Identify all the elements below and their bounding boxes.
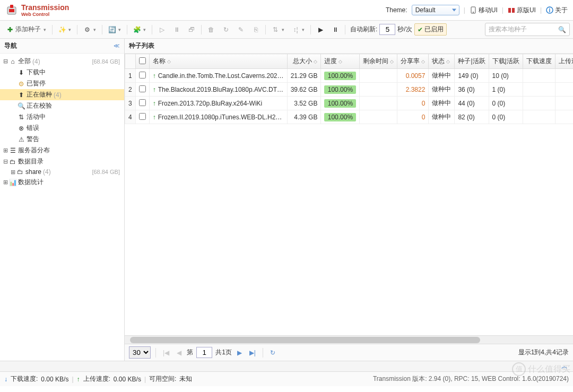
cell-size: 4.39 GB (287, 110, 321, 124)
start-button[interactable]: ▷ (155, 24, 169, 35)
chevron-up-icon: ︽ (561, 362, 568, 371)
refresh-button[interactable]: 🔄▾ (105, 24, 124, 35)
pager-first[interactable]: |◀ (161, 349, 171, 356)
wand-icon: ✨ (58, 26, 66, 33)
speed-menu-button[interactable]: ⇅▾ (268, 24, 288, 35)
seed-arrow-icon: ↑ (153, 86, 156, 93)
col-progress[interactable]: 进度◇ (321, 54, 360, 69)
settings-button[interactable]: ⚙▾ (80, 24, 99, 35)
upload-arrow-icon: ↑ (77, 376, 80, 383)
col-ratio[interactable]: 分享率◇ (397, 54, 429, 69)
tree-item-all[interactable]: ⊟⌂ 全部(4) [68.84 GB] (0, 56, 124, 67)
auto-refresh-input[interactable] (379, 24, 395, 35)
row-checkbox[interactable] (139, 72, 146, 79)
play-solid-icon: ▶ (317, 26, 324, 33)
col-peers[interactable]: 下载|活跃 (489, 54, 523, 69)
tree-item-seeding[interactable]: ⬆正在做种(4) (0, 89, 124, 100)
pager-page-input[interactable] (196, 347, 212, 358)
cell-peers: 0 (0) (489, 110, 523, 124)
pause-button[interactable]: ⏸ (170, 24, 184, 35)
tree-item-error[interactable]: ⊗错误 (0, 123, 124, 134)
tree-item-data-dir[interactable]: ⊟🗀数据目录 (0, 156, 124, 167)
cell-peers: 1 (0) (489, 83, 523, 97)
auto-refresh-label: 自动刷新: (350, 25, 377, 34)
verify-button[interactable]: 🗗 (185, 24, 198, 35)
col-remaining[interactable]: 剩余时间◇ (360, 54, 397, 69)
more-menu-button[interactable]: ↕¦▾ (289, 24, 308, 35)
auto-refresh-enabled[interactable]: ✔ 已启用 (414, 23, 447, 36)
table-row[interactable]: 2 ↑The.Blackout.2019.BluRay.1080p.AVC.DT… (125, 83, 574, 97)
recheck-button[interactable]: ↻ (219, 24, 233, 35)
cell-dl-speed (523, 83, 555, 97)
col-ul-speed[interactable]: 上传速度 (555, 54, 573, 69)
tree-item-paused[interactable]: ⊝已暂停 (0, 78, 124, 89)
cell-ratio: 0.0057 (397, 69, 429, 83)
add-torrent-button[interactable]: ✚ 添加种子▾ (3, 23, 49, 36)
cell-dl-speed (523, 110, 555, 124)
tree-item-share[interactable]: ⊞🗀share(4)[68.84 GB] (0, 167, 124, 177)
table-row[interactable]: 1 ↑Candle.in.the.Tomb.The.Lost.Caverns.2… (125, 69, 574, 83)
about-link[interactable]: i 关于 (546, 6, 568, 15)
select-all-checkbox[interactable] (139, 57, 146, 64)
cell-progress: 100.00% (321, 83, 360, 97)
col-name[interactable]: 名称◇ (149, 54, 287, 69)
tree-item-checking[interactable]: 🔍正在校验 (0, 100, 124, 111)
cell-status: 做种中 (429, 110, 455, 124)
phone-icon (470, 6, 477, 14)
delete-button[interactable]: 🗑 (204, 24, 218, 35)
search-input[interactable]: 搜索本地种子 🔍 (485, 23, 570, 36)
bottom-panel-toggle[interactable]: ︽ (0, 361, 573, 371)
search-icon: 🔍 (558, 26, 566, 33)
row-checkbox[interactable] (139, 113, 146, 120)
row-number: 1 (125, 69, 136, 83)
cell-seeds: 36 (0) (455, 83, 489, 97)
pager-info: 显示1到4,共4记录 (518, 348, 569, 357)
col-seeds[interactable]: 种子|活跃 (455, 54, 489, 69)
dl-speed-label: 下载速度: (11, 374, 38, 384)
cell-name: ↑Frozen.2013.720p.BluRay.x264-WiKi (149, 97, 287, 110)
download-icon: ⬇ (17, 69, 25, 76)
ul-speed-label: 上传速度: (83, 374, 110, 384)
page-size-select[interactable]: 30 (129, 346, 151, 359)
refresh-icon: 🔄 (108, 26, 116, 33)
home-icon: ⌂ (8, 58, 17, 65)
rename-button[interactable]: ✎ (234, 24, 248, 35)
cell-size: 21.29 GB (287, 69, 321, 83)
theme-select[interactable]: Default (412, 5, 459, 15)
pager-reload[interactable]: ↻ (268, 349, 277, 356)
rename-icon: ✎ (237, 26, 245, 33)
col-dl-speed[interactable]: 下载速度 (523, 54, 555, 69)
start-all-button[interactable]: ▶ (314, 24, 327, 35)
tree-item-warning[interactable]: ⚠警告 (0, 134, 124, 145)
nav-sidebar: 导航 ≪ ⊟⌂ 全部(4) [68.84 GB] ⬇下载中 ⊝已暂停 ⬆正在做种… (0, 39, 125, 361)
checking-icon: 🔍 (17, 102, 25, 110)
upload-icon: ⬆ (17, 91, 25, 99)
magic-button[interactable]: ✨▾ (55, 24, 74, 35)
col-size[interactable]: 总大小◇ (287, 54, 321, 69)
col-status[interactable]: 状态◇ (429, 54, 455, 69)
tree-item-active[interactable]: ⇅活动中 (0, 111, 124, 123)
tree-item-downloading[interactable]: ⬇下载中 (0, 67, 124, 78)
pager-last[interactable]: ▶| (247, 349, 258, 356)
plugin-button[interactable]: 🧩▾ (130, 24, 149, 35)
pager-prev[interactable]: ◀ (175, 349, 184, 356)
cell-ratio: 0 (397, 97, 429, 110)
pager-page-label: 第 (187, 348, 193, 357)
original-ui-link[interactable]: 原版UI (508, 6, 536, 15)
nav-collapse-icon[interactable]: ≪ (114, 42, 120, 49)
pager-next[interactable]: ▶ (235, 349, 244, 356)
copy-icon: ⎘ (252, 26, 259, 33)
row-checkbox[interactable] (139, 85, 146, 92)
space-label: 可用空间: (149, 374, 176, 384)
horizontal-scrollbar[interactable] (125, 335, 573, 344)
mobile-ui-link[interactable]: 移动UI (470, 6, 498, 15)
table-row[interactable]: 3 ↑Frozen.2013.720p.BluRay.x264-WiKi 3.5… (125, 97, 574, 110)
table-row[interactable]: 4 ↑Frozen.II.2019.1080p.iTunes.WEB-DL.H2… (125, 110, 574, 124)
seed-arrow-icon: ↑ (153, 114, 156, 121)
auto-refresh-unit: 秒/次 (397, 25, 412, 34)
row-checkbox[interactable] (139, 99, 146, 106)
copy-button[interactable]: ⎘ (249, 24, 263, 35)
tree-item-stats[interactable]: ⊞📊数据统计 (0, 177, 124, 188)
pause-all-button[interactable]: ⏸ (328, 24, 342, 35)
tree-item-servers[interactable]: ⊞☰服务器分布 (0, 145, 124, 156)
